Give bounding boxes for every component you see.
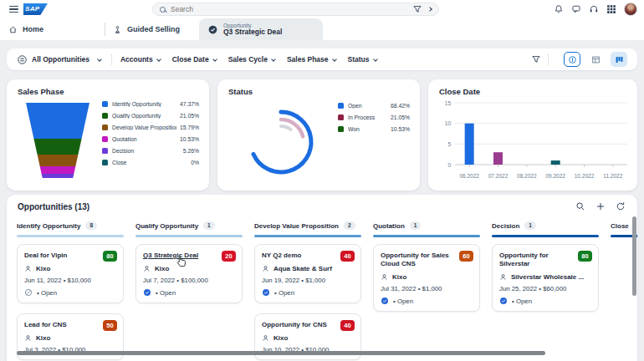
legend-swatch	[102, 136, 108, 142]
status-check-icon	[262, 288, 270, 297]
tab-guided-selling-label: Guided Selling	[127, 25, 180, 33]
filter-accounts[interactable]: Accounts	[120, 55, 161, 64]
account-name: Kixo	[36, 265, 50, 272]
status-text: • Open	[37, 289, 57, 297]
opportunity-card[interactable]: Deal for Vipin 80 Kixo Jun 11, 2022 • $1…	[17, 244, 124, 303]
filter-bar: All Opportunities Accounts Close Date Sa…	[7, 48, 637, 70]
search-expand-icon[interactable]	[427, 7, 432, 12]
column-label: Qualify Opportunity	[135, 222, 198, 230]
legend-swatch	[102, 160, 108, 165]
status-donut-chart	[243, 102, 319, 182]
opportunity-card[interactable]: Q3 Strategic Deal 20 Kixo Jul 7, 2022 • …	[135, 244, 243, 303]
scope-label: All Opportunities	[32, 55, 89, 64]
horizontal-scrollbar[interactable]	[17, 351, 545, 355]
legend-label: Close	[112, 160, 187, 165]
support-headset-icon[interactable]	[589, 4, 599, 14]
scope-selector[interactable]: All Opportunities	[17, 54, 101, 65]
status-check-icon	[143, 288, 151, 297]
column-underline	[373, 235, 480, 237]
filter-close-date[interactable]: Close Date	[172, 55, 217, 64]
legend-value: 47.37%	[180, 101, 199, 107]
close-date-bar-chart: 05101506.202207.202208.202209.202210.202…	[437, 98, 631, 187]
account-name: Kixo	[155, 265, 169, 272]
kanban-column-develop: Develop Value Proposition2 NY Q2 demo 40…	[254, 220, 361, 360]
opportunity-card[interactable]: Opportunity for Silverstar 80 Silverstar…	[492, 244, 599, 312]
opportunity-meta: Jun 25, 2022 • $60,000	[499, 285, 591, 292]
column-count-badge: 1	[203, 221, 215, 230]
table-view-button[interactable]	[587, 52, 604, 67]
chart-view-icon	[568, 55, 577, 64]
legend-swatch	[338, 103, 344, 109]
score-badge: 40	[340, 251, 355, 262]
column-label: Quotation	[373, 222, 405, 230]
chevron-down-icon	[332, 57, 337, 62]
filter-funnel-icon[interactable]	[531, 54, 541, 64]
svg-text:10: 10	[445, 120, 452, 126]
tab-home[interactable]: Home	[8, 18, 43, 40]
svg-text:15: 15	[445, 100, 452, 106]
legend-label: Open	[348, 103, 387, 109]
search-icon[interactable]	[575, 201, 585, 211]
account-icon	[24, 334, 32, 342]
add-opportunity-icon[interactable]	[595, 201, 606, 211]
tab-home-label: Home	[23, 25, 43, 33]
svg-text:07.2022: 07.2022	[488, 173, 509, 179]
assistant-chat-icon[interactable]	[571, 4, 581, 14]
filter-status[interactable]: Status	[348, 55, 377, 64]
chevron-down-icon	[271, 57, 276, 62]
bar	[551, 160, 560, 165]
legend-label: Qualify Opportunity	[112, 113, 176, 119]
legend-label: Develop Value Proposition	[112, 125, 176, 130]
legend-swatch	[102, 101, 108, 107]
column-underline	[254, 235, 361, 237]
tab-guided-selling[interactable]: Guided Selling	[113, 18, 180, 40]
search-input[interactable]	[171, 5, 412, 13]
legend-value: 10.53%	[180, 136, 199, 142]
opportunity-card[interactable]: Opportunity for Sales Cloud CNS 60 Kixo …	[373, 244, 480, 312]
menu-icon[interactable]	[9, 6, 18, 13]
vertical-scrollbar[interactable]	[632, 216, 636, 296]
kanban-view-button[interactable]	[611, 52, 627, 67]
sales-phase-title: Sales Phase	[18, 87, 64, 96]
search-filter-icon[interactable]	[412, 4, 422, 14]
filter-sales-cycle[interactable]: Sales Cycle	[228, 55, 275, 64]
tab-opportunity-active[interactable]: Opportunity Q3 Strategic Deal	[199, 18, 323, 40]
kanban-column-identify: Identify Opportunity8 Deal for Vipin 80 …	[17, 220, 124, 360]
column-underline	[17, 235, 124, 237]
score-badge: 20	[222, 251, 236, 262]
user-avatar[interactable]	[624, 3, 637, 16]
column-count-badge: 1	[410, 221, 422, 230]
column-underline	[492, 235, 599, 237]
refresh-icon[interactable]	[616, 201, 626, 211]
column-label: Identify Opportunity	[17, 222, 80, 230]
account-icon	[24, 265, 32, 272]
tab-divider	[105, 23, 105, 36]
search-bar[interactable]	[152, 3, 439, 16]
notifications-bell-icon[interactable]	[554, 4, 564, 14]
sales-phase-legend: Identify Opportunity47.37% Qualify Oppor…	[102, 98, 199, 168]
score-badge: 60	[459, 251, 473, 262]
score-badge: 80	[103, 251, 117, 262]
opportunity-meta: Jul 7, 2022 • $100,000	[143, 277, 235, 284]
divider	[548, 53, 549, 65]
search-icon	[160, 7, 166, 13]
funnel-segment	[26, 174, 89, 178]
app-launcher-grid-icon[interactable]	[606, 4, 616, 14]
legend-swatch	[338, 126, 344, 132]
funnel-segment	[26, 103, 89, 139]
divider	[111, 53, 112, 65]
filter-sales-phase[interactable]: Sales Phase	[287, 55, 336, 64]
opportunity-icon	[207, 24, 218, 35]
sales-phase-funnel-chart	[26, 103, 89, 178]
svg-text:5: 5	[447, 141, 451, 147]
status-legend: Open68.42% In Process21.05% Won10.53%	[338, 99, 410, 135]
opportunity-card[interactable]: NY Q2 demo 40 Aqua Skate & Surf Jun 19, …	[254, 244, 361, 303]
column-label: Close	[611, 222, 629, 230]
sap-logo[interactable]: SAP	[23, 3, 48, 15]
score-badge: 40	[340, 320, 355, 331]
chart-filter-view-button[interactable]	[564, 52, 580, 67]
scope-icon	[17, 54, 28, 65]
status-card: Status Open68.42% In Process21.05% Won10…	[217, 79, 420, 191]
legend-label: Quotation	[112, 136, 176, 142]
account-name: Kixo	[273, 334, 288, 342]
